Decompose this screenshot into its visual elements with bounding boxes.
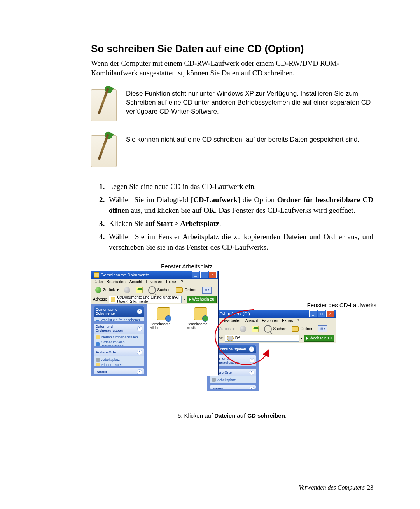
page-footer: Verwenden des Computers23: [299, 484, 373, 491]
panel-header[interactable]: Details˅: [94, 368, 144, 374]
menu-item[interactable]: Ansicht: [245, 318, 258, 323]
note-2-text: Sie können nicht auf eine CD schreiben, …: [126, 135, 373, 144]
task-link[interactable]: Ordner im Web veröffentlichen: [96, 340, 142, 346]
folders-button[interactable]: Ordner: [174, 286, 198, 294]
menu-item[interactable]: Bearbeiten: [222, 318, 241, 323]
menu-item[interactable]: Datei: [94, 280, 103, 284]
menubar: Datei Bearbeiten Ansicht Favoriten Extra…: [207, 318, 336, 324]
address-label: Adresse: [93, 297, 107, 301]
steps-list: Legen Sie eine neue CD in das CD-Laufwer…: [91, 181, 373, 252]
close-button[interactable]: ×: [209, 271, 217, 278]
caption-window-1: Fenster Arbeitsplatz: [161, 263, 213, 269]
folder-item[interactable]: Gemeinsame Musik: [187, 307, 215, 330]
page-heading: So schreiben Sie Daten auf eine CD (Opti…: [91, 43, 373, 55]
explorer-window-1: Gemeinsame Dokumente _ □ × Datei Bearbei…: [91, 271, 219, 375]
titlebar[interactable]: CD-Laufwerk (D:) _ □ ×: [207, 310, 336, 318]
place-link[interactable]: Eigene Dateien: [96, 363, 142, 366]
place-link[interactable]: Arbeitsplatz: [96, 358, 142, 362]
search-button[interactable]: Suchen: [262, 325, 288, 333]
up-button[interactable]: [134, 286, 144, 294]
step-4: Wählen Sie im Fenster Arbeitsplatz die z…: [107, 231, 373, 253]
note-1-text: Diese Funktion steht nur unter Windows X…: [126, 89, 373, 116]
menu-item[interactable]: Bearbeiten: [107, 280, 125, 284]
forward-button[interactable]: [122, 286, 132, 294]
note-icon: [91, 135, 117, 167]
collapse-icon[interactable]: ˄: [137, 326, 142, 331]
panel-header[interactable]: Andere Orte˄: [94, 348, 144, 356]
forward-button[interactable]: [238, 325, 248, 333]
collapse-icon[interactable]: ˄: [249, 346, 254, 352]
cd-icon: [227, 336, 234, 341]
menu-item[interactable]: ?: [297, 318, 299, 323]
place-link[interactable]: Arbeitsplatz: [212, 378, 254, 382]
arrow-icon: [306, 337, 308, 340]
explorer-window-2: CD-Laufwerk (D:) _ □ × Datei Bearbeiten …: [207, 310, 336, 390]
task-link[interactable]: Was ist ein freigegebener Ordner?: [96, 318, 142, 322]
minimize-button[interactable]: _: [192, 271, 200, 278]
expand-icon[interactable]: ˅: [249, 387, 254, 388]
step-3: Klicken Sie auf Start > Arbeitsplatz.: [107, 218, 373, 229]
go-button[interactable]: Wechseln zu: [187, 296, 217, 303]
window-title: Gemeinsame Dokumente: [101, 273, 190, 277]
address-field[interactable]: D:\: [225, 335, 299, 342]
toolbar: Zurück▾ Suchen Ordner ▦▾: [91, 285, 218, 295]
expand-icon[interactable]: ˅: [137, 369, 142, 374]
step-1: Legen Sie eine neue CD in das CD-Laufwer…: [107, 181, 373, 192]
folder-content[interactable]: [259, 343, 336, 391]
caption-window-2: Fenster des CD-Laufwerks: [307, 302, 376, 308]
window-title: CD-Laufwerk (D:): [217, 311, 308, 316]
tasks-panel: Gemeinsame Dokumente˄ Was ist ein freige…: [91, 304, 147, 376]
back-button[interactable]: Zurück▾: [94, 286, 120, 294]
menu-item[interactable]: Ansicht: [130, 280, 142, 284]
note-icon: [91, 89, 117, 121]
maximize-button[interactable]: □: [318, 310, 326, 317]
maximize-button[interactable]: □: [200, 271, 208, 278]
close-button[interactable]: ×: [326, 310, 334, 317]
lead-paragraph: Wenn der Computer mit einem CD-RW-Laufwe…: [91, 59, 373, 78]
menu-item[interactable]: ?: [181, 280, 184, 284]
folder-icon: [94, 272, 99, 278]
collapse-icon[interactable]: ˄: [249, 370, 254, 375]
folder-icon: [111, 297, 116, 302]
menu-item[interactable]: Extras: [282, 318, 293, 323]
folder-item[interactable]: Gemeinsame Bilder: [150, 307, 178, 330]
up-button[interactable]: [250, 325, 260, 333]
folders-button[interactable]: Ordner: [290, 325, 314, 333]
minimize-button[interactable]: _: [309, 310, 317, 317]
figure-area: Fenster Arbeitsplatz Fenster des CD-Lauf…: [91, 263, 373, 403]
toolbar: Zurück▾ Suchen Ordner ▦▾: [207, 324, 336, 334]
menu-item[interactable]: Extras: [166, 280, 177, 284]
search-button[interactable]: Suchen: [147, 286, 172, 294]
address-field[interactable]: C:\Dokumente und Einstellungen\All Users…: [109, 296, 182, 303]
panel-header[interactable]: Gemeinsame Dokumente˄: [94, 306, 144, 317]
views-button[interactable]: ▦▾: [201, 286, 213, 294]
menu-item[interactable]: Favoriten: [146, 280, 163, 284]
menubar: Datei Bearbeiten Ansicht Favoriten Extra…: [91, 279, 218, 285]
menu-item[interactable]: Favoriten: [262, 318, 278, 323]
collapse-icon[interactable]: ˄: [137, 350, 142, 355]
panel-header[interactable]: Details˅: [210, 385, 256, 388]
go-button[interactable]: Wechseln zu: [304, 335, 334, 342]
arrow-icon: [189, 298, 191, 301]
collapse-icon[interactable]: ˄: [250, 358, 254, 363]
folder-content[interactable]: Gemeinsame Bilder Gemeinsame Musik: [147, 304, 218, 376]
panel-header[interactable]: Datei- und Ordneraufgaben˄: [94, 324, 144, 334]
task-link[interactable]: Neuen Ordner erstellen: [96, 335, 142, 339]
collapse-icon[interactable]: ˄: [137, 309, 142, 314]
step-5: 5. Klicken auf Dateien auf CD schreiben.: [91, 412, 373, 419]
views-button[interactable]: ▦▾: [317, 325, 329, 333]
titlebar[interactable]: Gemeinsame Dokumente _ □ ×: [91, 271, 218, 279]
step-2: Wählen Sie im Dialogfeld [CD-Laufwerk] d…: [107, 194, 373, 216]
